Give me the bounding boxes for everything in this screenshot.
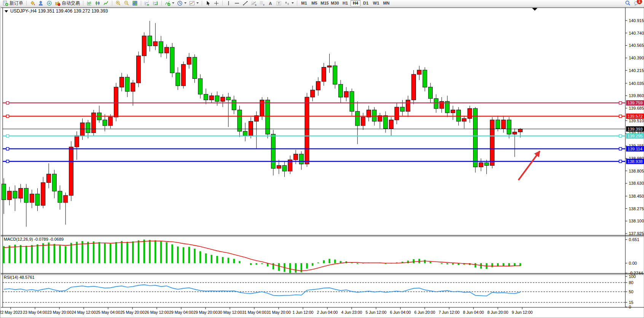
timeframe-w1-button[interactable]: W1 [371,0,381,6]
time-label[interactable]: 31 May 20:00 [266,310,291,315]
svg-text:A: A [269,1,272,5]
line-chart-button[interactable] [102,0,110,6]
chart-candles-icon [95,0,100,6]
arrows-button[interactable] [283,0,295,6]
timeframe-mn-button[interactable]: MN [381,0,391,6]
periods-button[interactable] [176,0,188,6]
time-label[interactable]: 23 May 04:00 [23,310,47,315]
fibonacci-button[interactable]: E [250,0,258,6]
time-label[interactable]: 26 May 12:00 [145,310,169,315]
line-handle[interactable] [6,147,9,150]
time-label[interactable]: 30 May 12:00 [218,310,242,315]
candle-body [451,110,455,113]
timeframe-d1-button[interactable]: D1 [361,0,371,6]
time-label[interactable]: 8 Jun 20:00 [488,310,509,315]
time-label[interactable]: 22 May 2023 [0,310,22,315]
notifications-button[interactable]: 1 [634,0,639,6]
candle-body [193,57,197,78]
chart-title-ohlc: 139.351 139.406 139.272 139.393 [38,8,108,14]
candle-body [103,120,107,126]
timeframe-h4-button[interactable]: H4 [351,0,360,6]
signals-icon [46,0,52,6]
chevron-down-icon[interactable] [184,2,187,4]
timeframe-m1-button[interactable]: M1 [299,0,309,6]
chevron-down-icon[interactable] [172,2,174,4]
time-label[interactable]: 23 May 20:00 [47,310,72,315]
crosshair-button[interactable] [212,0,220,6]
vertical-line-button[interactable] [225,0,233,6]
timeframe-m30-button[interactable]: M30 [330,0,340,6]
price-tick-label: 138.275 [629,206,644,211]
text-label-button[interactable]: T [275,0,283,6]
chevron-down-icon[interactable] [292,2,294,4]
time-label[interactable]: 29 May 20:00 [193,310,218,315]
text-button[interactable]: A [266,0,274,6]
time-label[interactable]: 4 Jun 23:00 [341,310,362,315]
zoom-out-button[interactable] [123,0,131,6]
cursor-button[interactable] [204,0,212,6]
zoom-in-button[interactable] [114,0,122,6]
auto-scroll-button[interactable] [143,0,151,6]
candle-body [159,42,163,53]
line-handle[interactable] [6,102,9,104]
indicators-icon [165,0,171,6]
timeframe-m5-button[interactable]: M5 [309,0,319,6]
auto-trading-button[interactable]: 自动交易 [54,0,81,6]
label-icon: T [276,0,282,6]
line-handle[interactable] [6,134,9,137]
chart-shift-button[interactable] [151,0,159,6]
line-handle[interactable] [619,160,622,163]
candle-body [507,120,511,134]
line-handle[interactable] [6,160,9,163]
indicators-button[interactable] [164,0,175,6]
time-label[interactable]: 8 Jun 04:00 [463,310,484,315]
time-label[interactable]: 7 Jun 12:00 [439,310,460,315]
time-label[interactable]: 1 Jun 12:00 [293,310,314,315]
equidistant-channel-button[interactable]: F [258,0,266,6]
candle-body [114,87,118,117]
zoom-in-icon [115,0,121,6]
chevron-down-icon[interactable] [196,2,199,4]
candlestick-chart-button[interactable] [94,0,102,6]
timeframe-m15-button[interactable]: M15 [320,0,330,6]
chart-canvas[interactable]: 140.915140.740140.565140.390140.215140.0… [0,6,644,318]
toolbar-separator [83,1,83,6]
new-order-button[interactable]: 新订单 [2,0,24,6]
time-label[interactable]: 5 Jun 12:00 [366,310,387,315]
line-handle[interactable] [6,115,9,118]
line-handle[interactable] [619,115,622,118]
line-handle[interactable] [619,102,622,104]
line-handle[interactable] [619,147,622,150]
signals-button[interactable] [45,0,53,6]
time-label[interactable]: 25 May 20:00 [120,310,145,315]
candle-body [456,110,461,121]
candle-body [226,97,231,100]
trendline-button[interactable] [241,0,249,6]
new-order-button-label: 新订单 [10,0,23,6]
bar-chart-button[interactable] [85,0,93,6]
time-label[interactable]: 6 Jun 20:00 [414,310,435,315]
chart-shift-icon [153,0,158,6]
candle-body [176,73,180,86]
time-label[interactable]: 9 Jun 12:00 [512,310,533,315]
candle-body [2,184,6,200]
styles-button[interactable] [29,0,37,6]
time-label[interactable]: 31 May 04:00 [242,310,266,315]
line-handle[interactable] [619,134,622,137]
candle-body [501,120,505,128]
time-label[interactable]: 6 Jun 04:00 [390,310,411,315]
chart-window: 140.915140.740140.565140.390140.215140.0… [0,6,644,318]
timeframe-h1-button[interactable]: H1 [340,0,350,6]
horizontal-line-button[interactable] [233,0,241,6]
price-tick-label: 140.215 [629,68,644,73]
candle-body [19,188,23,198]
time-label[interactable]: 2 Jun 04:00 [317,310,338,315]
search-button[interactable] [625,0,631,6]
time-label[interactable]: 29 May 04:00 [169,310,193,315]
candle-body [86,123,90,133]
market-profile-button[interactable] [37,0,45,6]
tile-windows-button[interactable] [131,0,139,6]
time-label[interactable]: 24 May 12:00 [72,310,96,315]
templates-button[interactable] [188,0,200,6]
time-label[interactable]: 25 May 04:00 [96,310,120,315]
